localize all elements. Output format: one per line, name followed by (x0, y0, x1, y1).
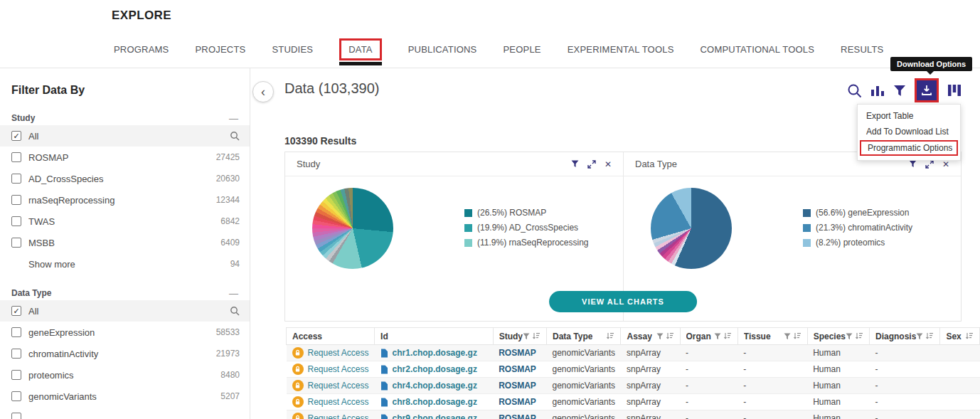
facet-label: TWAS (28, 216, 220, 227)
column-header-data-type[interactable]: Data Type (546, 328, 621, 345)
facet-study-ad-crossspecies[interactable]: AD_CrossSpecies 20630 (0, 168, 250, 189)
cell-diagnosis: - (870, 345, 940, 361)
checkbox-checked[interactable]: ✓ (11, 306, 21, 316)
request-access-link[interactable]: Request Access (308, 364, 369, 374)
filter-icon[interactable] (571, 160, 579, 168)
study-link[interactable]: ROSMAP (499, 348, 536, 358)
column-header-study[interactable]: Study (493, 328, 546, 345)
search-icon[interactable] (847, 83, 862, 98)
column-header-access[interactable]: Access (287, 328, 375, 345)
column-header-species[interactable]: Species (807, 328, 869, 345)
collapse-section-icon[interactable]: — (229, 288, 238, 299)
file-name-link[interactable]: chr8.chop.dosage.gz (393, 397, 477, 407)
checkbox[interactable] (11, 238, 21, 248)
tab-studies[interactable]: STUDIES (272, 44, 313, 55)
expand-icon[interactable] (925, 160, 934, 169)
menu-item-export-table[interactable]: Export Table (858, 108, 960, 124)
facet-item-partial[interactable] (0, 407, 250, 419)
legend-swatch (464, 209, 472, 217)
facet-study-msbb[interactable]: MSBB 6409 (0, 232, 250, 253)
column-header-sex[interactable]: Sex (940, 328, 980, 345)
lock-icon (292, 413, 304, 419)
cell-tissue: - (737, 394, 807, 410)
tab-computational-tools[interactable]: COMPUTATIONAL TOOLS (701, 44, 815, 55)
close-icon[interactable]: ✕ (604, 159, 612, 169)
facet-datatype-chromatinactivity[interactable]: chromatinActivity 21973 (0, 343, 250, 364)
checkbox[interactable] (11, 327, 21, 337)
column-header-id[interactable]: Id (375, 328, 494, 345)
cell-organ: - (680, 345, 737, 361)
cell-sex (940, 378, 980, 394)
tab-experimental-tools[interactable]: EXPERIMENTAL TOOLS (568, 44, 674, 55)
menu-item-add-to-download-list[interactable]: Add To Download List (858, 124, 960, 139)
column-header-diagnosis[interactable]: Diagnosis (870, 328, 940, 345)
cell-assay: snpArray (621, 345, 680, 361)
study-link[interactable]: ROSMAP (499, 364, 536, 374)
filter-icon[interactable] (893, 85, 906, 97)
checkbox[interactable] (11, 391, 21, 401)
request-access-link[interactable]: Request Access (308, 397, 369, 407)
checkbox-checked[interactable]: ✓ (11, 131, 21, 141)
tab-programs[interactable]: PROGRAMS (114, 44, 169, 55)
facet-datatype-genomicvariants[interactable]: genomicVariants 5207 (0, 386, 250, 407)
sidebar-collapse-button[interactable]: ‹ (252, 81, 274, 102)
legend-label: (21.3%) chromatinActivity (816, 223, 912, 233)
show-more-studies[interactable]: Show more 94 (0, 253, 250, 275)
checkbox[interactable] (11, 349, 21, 359)
request-access-link[interactable]: Request Access (308, 381, 369, 391)
lock-icon (292, 380, 304, 391)
file-name-link[interactable]: chr9.chop.dosage.gz (393, 413, 477, 419)
download-icon[interactable] (917, 80, 937, 100)
legend-item: (21.3%) chromatinActivity (803, 223, 912, 233)
table-row: Request Access chr8.chop.dosage.gz ROSMA… (287, 394, 980, 410)
facet-datatype-proteomics[interactable]: proteomics 8480 (0, 364, 250, 386)
search-icon[interactable] (230, 131, 240, 141)
tab-publications[interactable]: PUBLICATIONS (408, 44, 477, 55)
collapse-section-icon[interactable]: — (229, 113, 238, 124)
cell-assay: snpArray (621, 378, 680, 394)
view-all-charts-button[interactable]: VIEW ALL CHARTS (549, 291, 697, 312)
cell-diagnosis: - (870, 361, 940, 378)
facet-datatype-geneexpression[interactable]: geneExpression 58533 (0, 322, 250, 343)
study-link[interactable]: ROSMAP (499, 381, 536, 391)
facet-datatype-all[interactable]: ✓ All (0, 300, 250, 322)
checkbox[interactable] (11, 370, 21, 380)
study-pie-chart[interactable] (312, 188, 393, 269)
legend-swatch (803, 239, 811, 247)
menu-item-programmatic-options[interactable]: Programmatic Options (860, 140, 958, 156)
columns-icon[interactable] (947, 84, 962, 97)
facet-study-rnaseqreprocessing[interactable]: rnaSeqReprocessing 12344 (0, 189, 250, 211)
checkbox[interactable] (11, 152, 21, 162)
file-name-link[interactable]: chr2.chop.dosage.gz (393, 364, 477, 374)
tab-data[interactable]: DATA (339, 38, 382, 60)
column-header-assay[interactable]: Assay (621, 328, 680, 345)
tab-results[interactable]: RESULTS (841, 44, 883, 55)
tab-people[interactable]: PEOPLE (504, 44, 541, 55)
cell-species: Human (807, 361, 869, 378)
cell-assay: snpArray (621, 394, 680, 410)
tab-projects[interactable]: PROJECTS (195, 44, 245, 55)
legend-label: (56.6%) geneExpression (816, 208, 909, 218)
checkbox[interactable] (11, 195, 21, 205)
cell-species: Human (807, 378, 869, 394)
column-header-organ[interactable]: Organ (680, 328, 737, 345)
file-name-link[interactable]: chr1.chop.dosage.gz (393, 348, 477, 358)
facet-study-all[interactable]: ✓ All (0, 125, 250, 147)
bar-chart-icon[interactable] (870, 84, 885, 97)
facet-study-rosmap[interactable]: ROSMAP 27425 (0, 147, 250, 168)
column-header-tissue[interactable]: Tissue (737, 328, 807, 345)
datatype-pie-chart[interactable] (651, 188, 732, 269)
request-access-link[interactable]: Request Access (308, 348, 369, 358)
file-name-link[interactable]: chr4.chop.dosage.gz (393, 381, 477, 391)
show-more-label: Show more (11, 259, 230, 270)
facet-study-twas[interactable]: TWAS 6842 (0, 211, 250, 232)
checkbox[interactable] (11, 174, 21, 184)
filter-icon[interactable] (909, 160, 917, 168)
expand-icon[interactable] (587, 160, 596, 169)
checkbox[interactable] (11, 216, 21, 226)
study-link[interactable]: ROSMAP (499, 413, 536, 419)
study-link[interactable]: ROSMAP (499, 397, 536, 407)
search-icon[interactable] (230, 306, 240, 316)
request-access-link[interactable]: Request Access (308, 413, 369, 419)
checkbox[interactable] (11, 413, 21, 419)
